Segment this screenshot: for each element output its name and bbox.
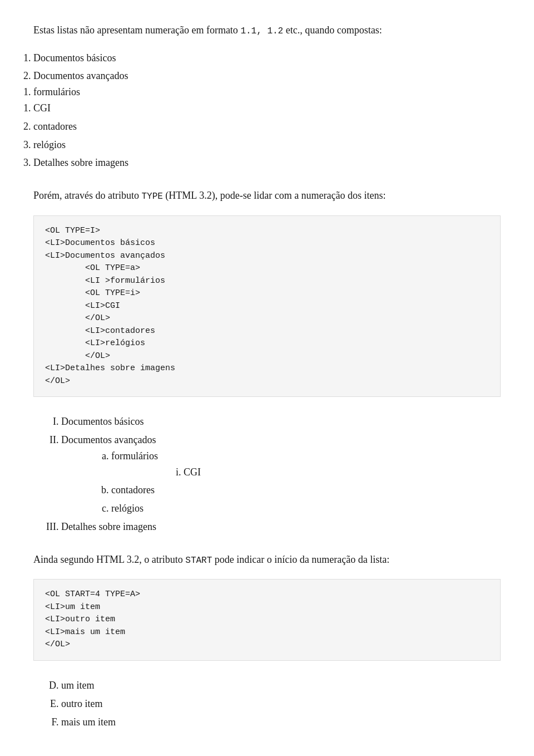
code-block-1: <OL TYPE=I> <LI>Documentos básicos <LI>D… (33, 215, 501, 397)
list-item: contadores (111, 482, 501, 498)
ainda-text2: pode indicar o início da numeração da li… (212, 554, 389, 565)
list-item: Documentos avançados formulários CGI con… (61, 432, 501, 517)
ainda-paragraph: Ainda segundo HTML 3.2, o atributo START… (33, 552, 501, 568)
list-item: formulários CGI (33, 84, 501, 116)
porem-code1: TYPE (141, 192, 162, 202)
list-item: formulários CGI (111, 448, 501, 480)
compostas-sublist1: formulários CGI contadores relógios (33, 84, 501, 153)
compostas-sublist2: CGI (33, 100, 501, 116)
result-sublist-alpha: formulários CGI contadores relógios (111, 448, 501, 517)
list-item: Detalhes sobre imagens (61, 519, 501, 535)
list-item: relógios (111, 500, 501, 517)
code-block-2: <OL START=4 TYPE=A> <LI>um item <LI>outr… (33, 579, 501, 661)
list-item: Documentos básicos (33, 50, 501, 66)
result-list2-section: um item outro item mais um item (33, 678, 501, 730)
intro-text2: etc., quando compostas: (283, 24, 382, 36)
list-item: contadores (33, 119, 501, 135)
ainda-text1: Ainda segundo HTML 3.2, o atributo (33, 554, 185, 565)
list-item: mais um item (61, 714, 501, 730)
intro-code1: 1.1, 1.2 (240, 26, 283, 36)
list-item: CGI (33, 100, 501, 116)
result-list-roman: Documentos básicos Documentos avançados … (61, 414, 501, 535)
list-item: CGI (184, 464, 501, 480)
ainda-code1: START (185, 556, 212, 566)
result-list-upper-alpha: um item outro item mais um item (61, 678, 501, 730)
list-item: relógios (33, 137, 501, 153)
porem-text1: Porém, através do atributo (33, 190, 141, 201)
list-item: Detalhes sobre imagens (33, 155, 501, 171)
list-item: Documentos básicos (61, 414, 501, 430)
intro-paragraph: Estas listas não apresentam numeração em… (33, 22, 501, 39)
list-item: Documentos avançados formulários CGI con… (33, 68, 501, 153)
porem-text2: (HTML 3.2), pode-se lidar com a numeraçã… (163, 190, 386, 201)
list-item: um item (61, 678, 501, 694)
compostas-list: Documentos básicos Documentos avançados … (33, 50, 501, 171)
intro-text1: Estas listas não apresentam numeração em… (33, 24, 240, 36)
list-item: outro item (61, 696, 501, 712)
porem-paragraph: Porém, através do atributo TYPE (HTML 3.… (33, 188, 501, 204)
result-list1-section: Documentos básicos Documentos avançados … (33, 414, 501, 535)
result-sublist-lower-roman: CGI (184, 464, 501, 480)
compostas-list-section: Documentos básicos Documentos avançados … (33, 50, 501, 171)
